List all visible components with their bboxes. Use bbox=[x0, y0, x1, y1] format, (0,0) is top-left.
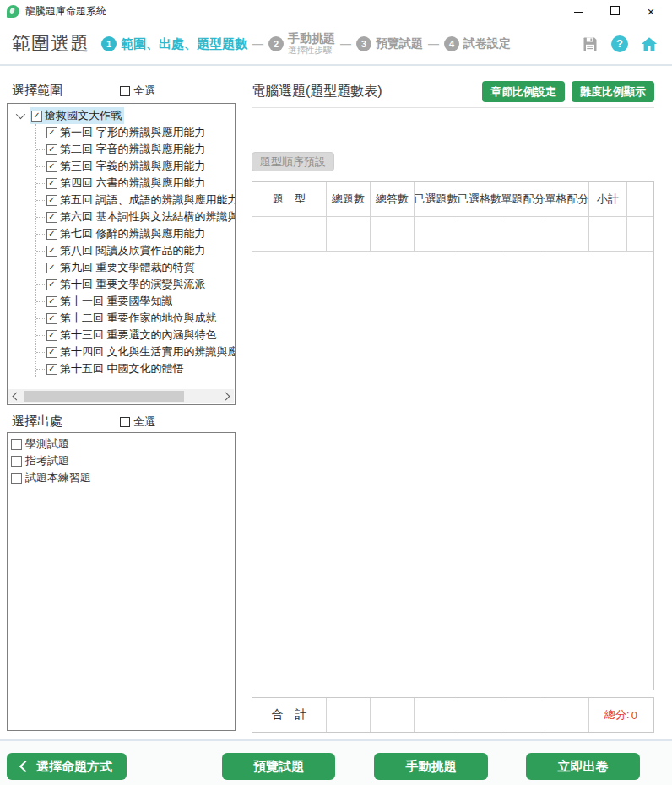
back-to-mode-button[interactable]: 選擇命題方式 bbox=[7, 753, 127, 780]
tree-item[interactable]: 第三回 字義的辨識與應用能力 bbox=[36, 158, 235, 175]
step-3[interactable]: 3預覽試題 bbox=[356, 36, 423, 51]
total-score: 總分:0 bbox=[589, 698, 653, 732]
tree-root-label: 搶救國文大作戰 bbox=[45, 108, 122, 123]
stepper: 1範圍、出處、題型題數—2手動挑題選擇性步驟—3預覽試題—4試卷設定 bbox=[101, 32, 511, 55]
tree-item[interactable]: 第四回 六書的辨識與應用能力 bbox=[36, 175, 235, 192]
tree-item-label: 第五回 詞語、成語的辨識與應用能力 bbox=[60, 192, 235, 208]
table-cell bbox=[589, 217, 627, 251]
tree-item-label: 第九回 重要文學體裁的特質 bbox=[60, 260, 195, 275]
range-select-all-checkbox[interactable] bbox=[120, 86, 130, 96]
tree-item[interactable]: 第七回 修辭的辨識與應用能力 bbox=[36, 225, 235, 242]
step-connector: — bbox=[340, 37, 351, 50]
table-total-row: 合 計總分:0 bbox=[252, 697, 654, 733]
tree-item[interactable]: 第十回 重要文學的演變與流派 bbox=[36, 276, 235, 293]
tree-item-checkbox[interactable] bbox=[46, 161, 57, 172]
source-item[interactable]: 試題本練習題 bbox=[8, 469, 235, 486]
chevron-left-icon bbox=[19, 761, 31, 772]
tree-item[interactable]: 第一回 字形的辨識與應用能力 bbox=[36, 124, 235, 141]
tree-item-label: 第三回 字義的辨識與應用能力 bbox=[60, 159, 206, 174]
tree-item[interactable]: 第十三回 重要選文的內涵與特色 bbox=[36, 327, 235, 344]
page-title: 範圍選題 bbox=[12, 31, 89, 57]
tree-item[interactable]: 第五回 詞語、成語的辨識與應用能力 bbox=[36, 192, 235, 208]
preview-questions-button[interactable]: 預覽試題 bbox=[222, 753, 335, 780]
scrollbar-track[interactable] bbox=[22, 389, 220, 403]
table-header-cell: 總題數 bbox=[327, 182, 371, 216]
question-order-preset-button[interactable]: 題型順序預設 bbox=[252, 152, 334, 171]
step-label: 範圍、出處、題型題數 bbox=[121, 37, 247, 50]
help-icon[interactable]: ? bbox=[610, 35, 629, 53]
tree-item[interactable]: 第十四回 文化與生活實用的辨識與應 bbox=[36, 344, 235, 360]
tree-connector bbox=[36, 166, 46, 167]
tree-root-checkbox[interactable] bbox=[31, 111, 42, 122]
tree-item[interactable]: 第八回 閱讀及欣賞作品的能力 bbox=[36, 242, 235, 259]
tree-item-checkbox[interactable] bbox=[46, 195, 57, 206]
source-item[interactable]: 指考試題 bbox=[8, 452, 235, 469]
step-4[interactable]: 4試卷設定 bbox=[444, 36, 511, 51]
tree-item[interactable]: 第六回 基本詞性與文法結構的辨識與 bbox=[36, 208, 235, 225]
source-items: 學測試題指考試題試題本練習題 bbox=[8, 433, 235, 486]
step-connector: — bbox=[428, 37, 439, 50]
tree-connector bbox=[36, 369, 46, 370]
tree-item[interactable]: 第十二回 重要作家的地位與成就 bbox=[36, 310, 235, 327]
scroll-left-icon[interactable] bbox=[8, 389, 22, 403]
maximize-button[interactable] bbox=[609, 0, 621, 23]
tree-item-checkbox[interactable] bbox=[46, 330, 57, 341]
tree-connector bbox=[36, 335, 46, 336]
tree-item-label: 第十一回 重要國學知識 bbox=[60, 294, 173, 309]
scroll-right-icon[interactable] bbox=[220, 389, 234, 403]
minimize-button[interactable] bbox=[572, 0, 584, 23]
tree-item-checkbox[interactable] bbox=[46, 229, 57, 240]
table-cell bbox=[501, 217, 545, 251]
step-1[interactable]: 1範圍、出處、題型題數 bbox=[101, 36, 247, 51]
tree-item-checkbox[interactable] bbox=[46, 144, 57, 155]
tree-item-checkbox[interactable] bbox=[46, 364, 57, 375]
tree-item-label: 第十五回 中國文化的體悟 bbox=[60, 361, 184, 376]
tree-item-checkbox[interactable] bbox=[46, 127, 57, 138]
step-subtitle: 選擇性步驟 bbox=[288, 45, 335, 55]
chapter-tree: 搶救國文大作戰 第一回 字形的辨識與應用能力第二回 字音的辨識與應用能力第三回 … bbox=[7, 103, 236, 405]
home-icon[interactable] bbox=[640, 35, 658, 53]
tree-item-checkbox[interactable] bbox=[46, 296, 57, 307]
tree-item-checkbox[interactable] bbox=[46, 279, 57, 290]
save-icon[interactable] bbox=[581, 35, 599, 53]
scrollbar-thumb[interactable] bbox=[24, 391, 184, 402]
source-item-checkbox[interactable] bbox=[11, 456, 22, 467]
chapter-ratio-button[interactable]: 章節比例設定 bbox=[482, 81, 565, 102]
tree-connector bbox=[36, 234, 46, 235]
source-select-all[interactable]: 全選 bbox=[120, 414, 155, 430]
source-item-checkbox[interactable] bbox=[11, 439, 22, 450]
tree-item-label: 第七回 修辭的辨識與應用能力 bbox=[60, 226, 206, 241]
main-panel-title: 電腦選題(題型題數表) bbox=[252, 83, 382, 100]
tree-item-checkbox[interactable] bbox=[46, 263, 57, 273]
footer-bar: 選擇命題方式 預覽試題 手動挑題 立即出卷 bbox=[0, 739, 672, 785]
title-bar: 龍騰題庫命題系統 × bbox=[0, 0, 672, 23]
step-2[interactable]: 2手動挑題選擇性步驟 bbox=[268, 32, 335, 55]
tree-item-checkbox[interactable] bbox=[46, 246, 57, 257]
range-select-all[interactable]: 全選 bbox=[120, 84, 155, 99]
total-row-cell bbox=[371, 698, 415, 732]
tree-connector bbox=[36, 200, 46, 201]
tree-item-checkbox[interactable] bbox=[46, 178, 57, 189]
tree-item-checkbox[interactable] bbox=[46, 347, 57, 358]
tree-item[interactable]: 第二回 字音的辨識與應用能力 bbox=[36, 141, 235, 158]
manual-pick-button[interactable]: 手動挑題 bbox=[374, 753, 488, 780]
difficulty-ratio-button[interactable]: 難度比例顯示 bbox=[572, 81, 654, 102]
window-title: 龍騰題庫命題系統 bbox=[25, 4, 106, 19]
close-button[interactable]: × bbox=[645, 0, 657, 23]
generate-paper-button[interactable]: 立即出卷 bbox=[526, 753, 640, 780]
source-item-checkbox[interactable] bbox=[11, 473, 22, 484]
source-item[interactable]: 學測試題 bbox=[8, 436, 235, 452]
tree-item[interactable]: 第十一回 重要國學知識 bbox=[36, 293, 235, 310]
tree-item-checkbox[interactable] bbox=[46, 212, 57, 223]
tree-item[interactable]: 第十五回 中國文化的體悟 bbox=[36, 360, 235, 377]
tree-connector bbox=[36, 217, 46, 218]
source-select-all-checkbox[interactable] bbox=[120, 417, 130, 427]
tree-root-row[interactable]: 搶救國文大作戰 bbox=[8, 107, 235, 124]
table-empty-row bbox=[252, 217, 653, 252]
tree-horizontal-scrollbar[interactable] bbox=[8, 389, 234, 403]
tree-item[interactable]: 第九回 重要文學體裁的特質 bbox=[36, 259, 235, 276]
tree-item-checkbox[interactable] bbox=[46, 313, 57, 324]
tree-expander-icon[interactable] bbox=[16, 110, 25, 119]
source-item-label: 試題本練習題 bbox=[25, 470, 91, 485]
table-header-cell: 總答數 bbox=[371, 182, 415, 216]
